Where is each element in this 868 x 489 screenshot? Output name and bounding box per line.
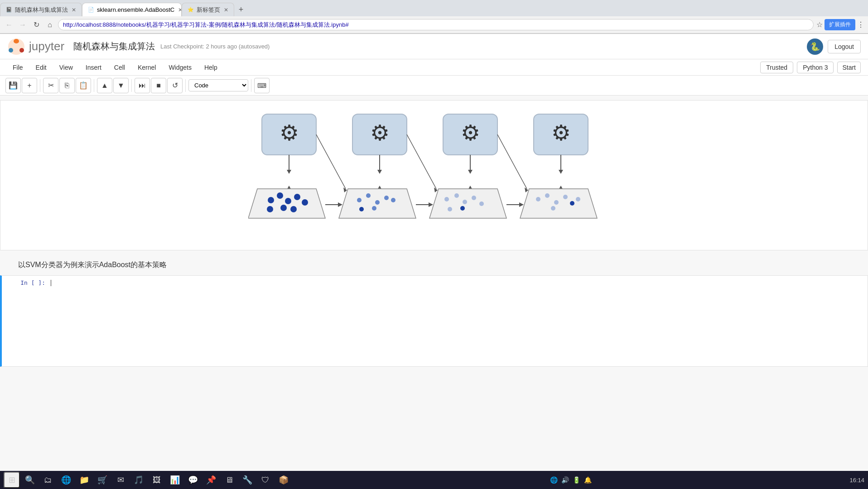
svg-point-37 — [391, 198, 395, 202]
taskbar-explorer-button[interactable]: 📁 — [76, 472, 92, 488]
browser-toolbar-icons: ☆ 扩展插件 ⋮ — [816, 19, 864, 30]
menu-view[interactable]: View — [54, 62, 78, 73]
settings-icon[interactable]: ⋮ — [857, 20, 864, 29]
svg-point-15 — [277, 192, 283, 199]
taskbar-start-button[interactable]: ⊞ — [4, 472, 20, 488]
header-right: 🐍 Logout — [807, 38, 861, 55]
svg-marker-48 — [429, 189, 506, 218]
trusted-button[interactable]: Trusted — [760, 62, 793, 73]
taskbar-system-icons: 🌐 🔊 🔋 🔔 — [550, 476, 592, 484]
cell-type-select[interactable]: Code Markdown Raw NBConvert Heading — [188, 79, 248, 91]
menu-kernel[interactable]: Kernel — [132, 62, 161, 73]
svg-point-1 — [14, 39, 19, 43]
taskbar-taskview-button[interactable]: 🗂 — [40, 472, 56, 488]
add-cell-button[interactable]: + — [22, 78, 37, 93]
svg-point-18 — [302, 199, 308, 206]
svg-line-40 — [407, 134, 436, 189]
back-button[interactable]: ← — [4, 19, 14, 30]
taskbar-security-button[interactable]: 🛡 — [257, 472, 274, 488]
menu-cell[interactable]: Cell — [109, 62, 130, 73]
tab-1[interactable]: 📓 随机森林与集成算法 ✕ — [0, 3, 82, 16]
jupyter-menubar: File Edit View Insert Cell Kernel Widget… — [0, 59, 868, 76]
notebook-title[interactable]: 随机森林与集成算法 — [73, 40, 155, 53]
separator-2 — [94, 79, 94, 92]
taskbar-app15-button[interactable]: 📦 — [275, 472, 292, 488]
taskbar-monitor-button[interactable]: 🖥 — [221, 472, 237, 488]
tab-1-close[interactable]: ✕ — [72, 7, 76, 13]
code-cell[interactable]: In [ ]: — [0, 275, 868, 367]
copy-button[interactable]: ⎘ — [59, 78, 75, 93]
taskbar-chat-button[interactable]: 💬 — [185, 472, 201, 488]
svg-marker-50 — [519, 202, 524, 207]
text-cell: 以SVM分类器为例来演示AdaBoost的基本策略 — [0, 255, 868, 275]
taskbar-pin1-button[interactable]: 📌 — [203, 472, 219, 488]
jupyter-wordmark: jupyter — [29, 39, 64, 53]
logout-button[interactable]: Logout — [828, 40, 861, 53]
notification-icon[interactable]: 🔔 — [584, 476, 592, 484]
taskbar-music-button[interactable]: 🎵 — [130, 472, 147, 488]
bookmark-icon[interactable]: ☆ — [816, 20, 823, 29]
checkpoint-info: Last Checkpoint: 2 hours ago (autosaved) — [160, 43, 270, 50]
taskbar-edge-button[interactable]: 🌐 — [58, 472, 74, 488]
separator-5 — [251, 79, 251, 92]
svg-marker-12 — [338, 202, 342, 207]
menu-file[interactable]: File — [7, 62, 29, 73]
tab-2[interactable]: 📄 sklearn.ensemble.AdaBoostC ✕ — [82, 3, 182, 16]
svg-line-58 — [497, 134, 527, 189]
menu-edit[interactable]: Edit — [30, 62, 52, 73]
svg-point-52 — [454, 193, 459, 198]
svg-point-21 — [290, 206, 297, 212]
jupyter-toolbar: 💾 + ✂ ⎘ 📋 ▲ ▼ ⏭ ■ ↺ Code Markdown Raw NB… — [0, 76, 868, 96]
home-button[interactable]: ⌂ — [44, 19, 55, 30]
taskbar-settings-button[interactable]: 🔧 — [239, 472, 256, 488]
taskbar-excel-button[interactable]: 📊 — [167, 472, 183, 488]
taskbar-mail-button[interactable]: ✉ — [112, 472, 129, 488]
svg-marker-32 — [429, 202, 433, 207]
svg-point-57 — [448, 207, 452, 211]
menu-widgets[interactable]: Widgets — [163, 62, 197, 73]
tab-3-close[interactable]: ✕ — [224, 7, 228, 13]
svg-text:⚙: ⚙ — [280, 121, 299, 145]
tab-2-close[interactable]: ✕ — [178, 7, 182, 13]
adaboost-diagram: ⚙ — [248, 110, 620, 241]
menu-items: File Edit View Insert Cell Kernel Widget… — [7, 62, 223, 73]
taskbar-clock: 16:14 — [849, 477, 864, 484]
cell-content[interactable] — [47, 276, 868, 366]
svg-point-67 — [536, 197, 540, 201]
keyboard-shortcuts-button[interactable]: ⌨ — [254, 78, 270, 93]
start-button[interactable]: Start — [837, 62, 861, 73]
save-button[interactable]: 💾 — [5, 78, 21, 93]
menu-help[interactable]: Help — [199, 62, 223, 73]
svg-marker-27 — [377, 170, 382, 174]
paste-button[interactable]: 📋 — [76, 78, 91, 93]
menu-insert[interactable]: Insert — [80, 62, 107, 73]
extension-button[interactable]: 扩展插件 — [825, 19, 855, 30]
taskbar-photos-button[interactable]: 🖼 — [149, 472, 165, 488]
restart-button[interactable]: ↺ — [167, 78, 183, 93]
taskbar-search-button[interactable]: 🔍 — [22, 472, 38, 488]
svg-point-19 — [280, 205, 287, 211]
svg-text:⚙: ⚙ — [370, 121, 390, 145]
cut-button[interactable]: ✂ — [43, 78, 58, 93]
forward-button[interactable]: → — [17, 19, 28, 30]
move-down-button[interactable]: ▼ — [113, 78, 129, 93]
stop-button[interactable]: ■ — [151, 78, 166, 93]
svg-point-14 — [268, 197, 274, 203]
svg-point-17 — [294, 194, 300, 200]
refresh-button[interactable]: ↻ — [31, 19, 42, 30]
fast-forward-button[interactable]: ⏭ — [135, 78, 150, 93]
url-input[interactable] — [58, 19, 814, 30]
taskbar-store-button[interactable]: 🛒 — [94, 472, 111, 488]
tab-1-label: 随机森林与集成算法 — [15, 6, 68, 14]
svg-point-71 — [570, 201, 574, 206]
svg-point-3 — [9, 48, 13, 53]
svg-point-53 — [463, 200, 467, 204]
new-tab-button[interactable]: + — [234, 3, 248, 16]
tab-3-label: 新标签页 — [197, 6, 220, 14]
move-up-button[interactable]: ▲ — [97, 78, 112, 93]
network-icon: 🌐 — [550, 476, 558, 484]
svg-point-34 — [366, 193, 371, 198]
svg-marker-45 — [468, 170, 473, 174]
tab-2-label: sklearn.ensemble.AdaBoostC — [97, 6, 174, 13]
tab-3[interactable]: ⭐ 新标签页 ✕ — [182, 3, 234, 16]
